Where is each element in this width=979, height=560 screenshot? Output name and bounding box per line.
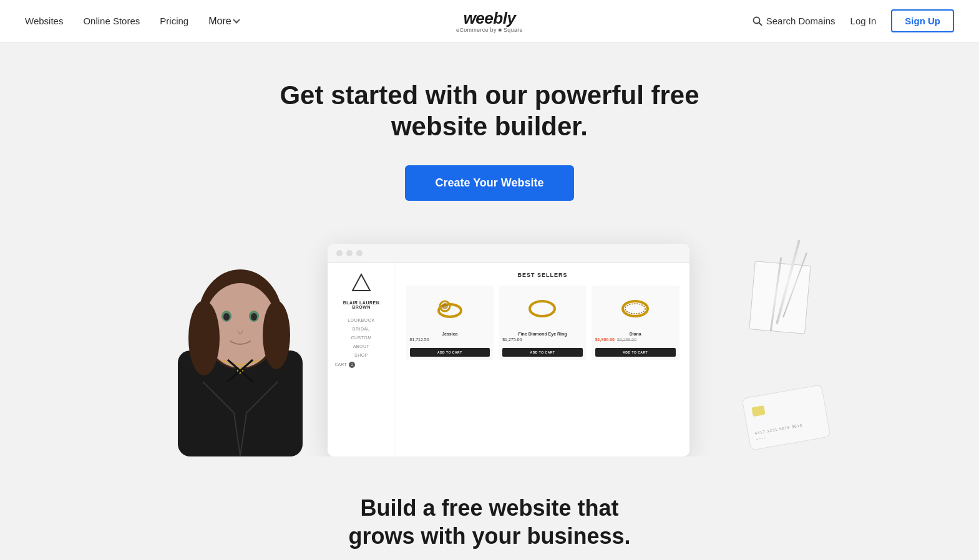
nav-more-dropdown[interactable]: More (208, 16, 238, 27)
shop-nav-custom[interactable]: CUSTOM (335, 336, 388, 340)
nav-right-actions: Search Domains Log In Sign Up (753, 9, 954, 32)
browser-dot-1 (336, 250, 343, 256)
browser-dot-2 (346, 250, 353, 256)
hero-illustration: BLAIR LAUREN BROWN LOOKBOOK BRIDAL CUSTO… (25, 238, 954, 456)
svg-point-16 (442, 303, 448, 309)
hero-headline: Get started with our powerful free websi… (271, 80, 708, 143)
nav-websites[interactable]: Websites (25, 16, 63, 26)
signup-button[interactable]: Sign Up (891, 9, 954, 32)
search-icon (753, 16, 762, 26)
svg-point-19 (625, 304, 645, 314)
product-diana-image (592, 286, 679, 329)
browser-bar (328, 244, 689, 263)
bottom-headline-line1: Build a free website that (360, 495, 618, 521)
shop-nav-cart[interactable]: CART 2 (335, 362, 388, 368)
diamond-price: $1,275.00 (502, 337, 522, 342)
login-button[interactable]: Log In (850, 16, 877, 26)
product-diana-info: Diana $1,900.00 $3,299.00 ADD TO CART (592, 329, 679, 360)
deco-credit-card: 4417 1231 5678 9010 ~~~~ (741, 384, 830, 450)
product-diamond-info: Fine Diamond Eye Ring $1,275.00 ADD TO C… (499, 329, 587, 360)
product-jessica: Jessica $1,712.50 ADD TO CART (406, 286, 494, 360)
cart-label: CART (335, 362, 347, 367)
card-number: 4417 1231 5678 9010 (754, 423, 802, 435)
jessica-price: $1,712.50 (410, 337, 429, 342)
product-diamond: Fine Diamond Eye Ring $1,275.00 ADD TO C… (499, 286, 587, 360)
hero-section: Get started with our powerful free websi… (0, 42, 979, 456)
product-diana-name: Diana (595, 332, 676, 336)
shop-nav-shop[interactable]: SHOP (335, 353, 388, 357)
bottom-headline-line2: grows with your business. (348, 523, 630, 549)
product-jessica-price: $1,712.50 (410, 337, 490, 342)
search-domains-link[interactable]: Search Domains (753, 16, 835, 26)
svg-point-10 (223, 313, 230, 321)
svg-point-7 (263, 301, 290, 369)
nav-online-stores[interactable]: Online Stores (83, 16, 140, 26)
jessica-add-to-cart[interactable]: ADD TO CART (410, 348, 490, 357)
hero-decorations: 4417 1231 5678 9010 ~~~~ (689, 238, 827, 456)
card-signature: ~~~~ (755, 435, 766, 442)
svg-point-6 (188, 301, 220, 375)
card-chip (751, 405, 765, 417)
logo-sub: eCommerce by ■ Square (456, 27, 523, 33)
browser-dot-3 (356, 250, 363, 256)
diana-add-to-cart[interactable]: ADD TO CART (595, 348, 676, 357)
bottom-section: Build a free website that grows with you… (0, 456, 979, 560)
product-diamond-name: Fine Diamond Eye Ring (502, 332, 583, 336)
product-diana: Diana $1,900.00 $3,299.00 ADD TO CART (592, 286, 679, 360)
svg-line-1 (759, 22, 761, 25)
svg-point-17 (530, 301, 555, 316)
nav-pricing[interactable]: Pricing (160, 16, 188, 26)
search-domains-label: Search Domains (766, 16, 835, 26)
shop-nav-lookbook[interactable]: LOOKBOOK (335, 318, 388, 322)
shop-brand: BLAIR LAUREN BROWN (335, 301, 388, 309)
svg-point-11 (251, 313, 257, 321)
product-jessica-name: Jessica (410, 332, 490, 336)
shop-nav-bridal[interactable]: BRIDAL (335, 327, 388, 331)
create-website-button[interactable]: Create Your Website (405, 165, 573, 201)
svg-marker-13 (353, 274, 370, 291)
products-grid: Jessica $1,712.50 ADD TO CART (406, 286, 679, 360)
product-diamond-price: $1,275.00 (502, 337, 583, 342)
product-diamond-image (499, 286, 587, 329)
product-jessica-image (406, 286, 494, 329)
product-diana-price: $1,900.00 $3,299.00 (595, 337, 676, 342)
nav-more-label: More (208, 16, 231, 27)
browser-body: BLAIR LAUREN BROWN LOOKBOOK BRIDAL CUSTO… (328, 263, 689, 456)
hero-person-image (153, 238, 328, 456)
cart-badge: 2 (349, 362, 355, 368)
diamond-add-to-cart[interactable]: ADD TO CART (502, 348, 583, 357)
shop-sidebar: BLAIR LAUREN BROWN LOOKBOOK BRIDAL CUSTO… (328, 263, 396, 456)
diana-original-price: $3,299.00 (617, 337, 636, 342)
browser-mockup: BLAIR LAUREN BROWN LOOKBOOK BRIDAL CUSTO… (328, 244, 689, 456)
bottom-headline: Build a free website that grows with you… (25, 494, 954, 550)
diana-sale-price: $1,900.00 (595, 337, 615, 342)
product-jessica-info: Jessica $1,712.50 ADD TO CART (406, 329, 494, 360)
section-title: BEST SELLERS (406, 272, 679, 278)
shop-main: BEST SELLERS (396, 263, 689, 456)
nav-links: Websites Online Stores Pricing More (25, 16, 239, 27)
logo-wordmark: weebly (456, 9, 523, 28)
chevron-down-icon (233, 16, 240, 23)
navbar: Websites Online Stores Pricing More weeb… (0, 0, 979, 42)
weebly-logo[interactable]: weebly eCommerce by ■ Square (456, 9, 523, 33)
shop-nav-about[interactable]: ABOUT (335, 344, 388, 349)
